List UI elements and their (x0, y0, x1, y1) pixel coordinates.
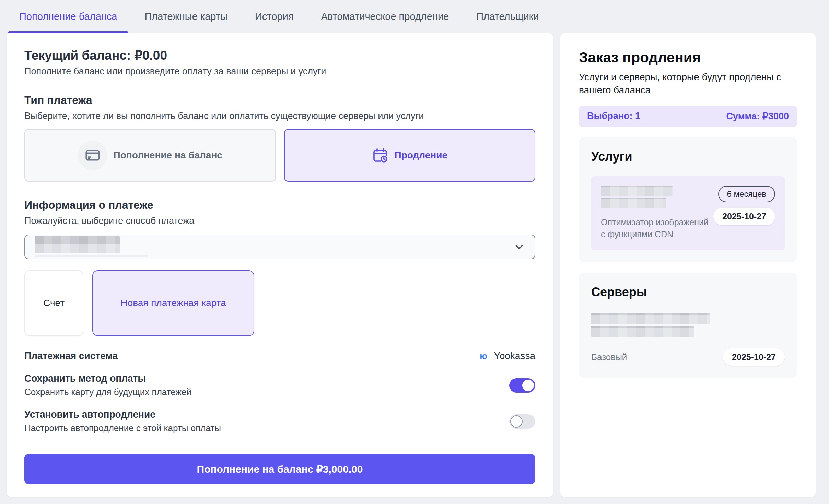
balance-subtitle: Пополните баланс или произведите оплату … (24, 66, 535, 77)
active-tab-underline (8, 31, 128, 33)
renewal-summary-banner: Выбрано: 1 Сумма: ₽3000 (579, 106, 797, 127)
tab-label: Автоматическое продление (321, 11, 449, 22)
auto-renewal-title: Установить автопродление (24, 409, 221, 420)
servers-title: Серверы (591, 285, 785, 299)
payment-system-value: ю Yookassa (480, 350, 535, 361)
option-label: Продление (395, 150, 447, 161)
yookassa-icon: ю (480, 351, 487, 361)
icon-halo (78, 141, 107, 170)
services-title: Услуги (591, 149, 785, 164)
renewal-order-title: Заказ продления (579, 49, 797, 66)
tab-label: Платежные карты (144, 11, 227, 22)
save-method-row: Сохранить метод оплаты Сохранить карту д… (24, 373, 535, 397)
option-renewal[interactable]: Продление (284, 129, 536, 182)
payment-panel: Текущий баланс: ₽0.00 Пополните баланс и… (7, 33, 553, 497)
tab-bar: Пополнение баланса Платежные карты Истор… (0, 0, 829, 33)
renewal-order-panel: Заказ продления Услуги и серверы, которы… (560, 33, 816, 497)
tab-balance-topup[interactable]: Пополнение баланса (8, 0, 128, 33)
auto-renewal-row: Установить автопродление Настроить автоп… (24, 409, 535, 433)
payment-system-label: Платежная система (24, 350, 118, 361)
payment-system-row: Платежная система ю Yookassa (24, 350, 535, 361)
toggle-knob (510, 415, 523, 428)
server-plan: Базовый (591, 352, 627, 362)
tab-label: История (255, 11, 293, 22)
auto-renewal-subtitle: Настроить автопродление с этой карты опл… (24, 423, 221, 433)
redacted-select-value (35, 236, 148, 257)
tab-payers[interactable]: Плательщики (465, 0, 550, 33)
payment-type-title: Тип платежа (24, 94, 535, 107)
services-group: Услуги Оптимизатор изображений с функция… (579, 137, 797, 262)
save-method-toggle[interactable] (509, 378, 535, 393)
topup-submit-button[interactable]: Пополнение на баланс ₽3,000.00 (24, 454, 535, 484)
tab-label: Пополнение баланса (19, 11, 117, 22)
payment-type-description: Выберите, хотите ли вы пополнить баланс … (24, 111, 535, 121)
tab-history[interactable]: История (244, 0, 304, 33)
credit-card-icon (85, 147, 101, 163)
server-item: Базовый 2025-10-27 (591, 313, 785, 366)
service-description: Оптимизатор изображений с функциями CDN (601, 216, 713, 240)
payment-type-options: Пополнение на баланс Продление (24, 129, 535, 182)
chevron-down-icon (513, 241, 525, 253)
method-new-card[interactable]: Новая платежная карта (92, 270, 254, 336)
tab-payment-cards[interactable]: Платежные карты (133, 0, 238, 33)
toggle-knob (522, 380, 534, 391)
selected-count: Выбрано: 1 (587, 111, 640, 121)
auto-renewal-toggle[interactable] (509, 414, 535, 429)
save-method-subtitle: Сохранить карту для будущих платежей (24, 387, 191, 397)
method-invoice[interactable]: Счет (24, 270, 83, 336)
servers-group: Серверы Базовый 2025-10-27 (579, 273, 797, 378)
redacted-service-name (601, 186, 713, 208)
method-label: Счет (43, 298, 65, 309)
total-sum: Сумма: ₽3000 (726, 111, 789, 122)
payment-method-select[interactable] (24, 235, 535, 259)
payment-info-title: Информация о платеже (24, 199, 535, 212)
tab-auto-renewal[interactable]: Автоматическое продление (310, 0, 460, 33)
payment-method-cards: Счет Новая платежная карта (24, 270, 535, 336)
redacted-server-name (591, 313, 785, 337)
payment-system-name: Yookassa (494, 350, 535, 361)
current-balance-title: Текущий баланс: ₽0.00 (24, 48, 535, 63)
calendar-clock-icon (372, 147, 388, 164)
service-period-badge: 6 месяцев (718, 186, 775, 202)
service-date-badge: 2025-10-27 (713, 208, 775, 225)
server-date-badge: 2025-10-27 (723, 348, 785, 366)
option-label: Пополнение на баланс (114, 150, 222, 161)
save-method-title: Сохранить метод оплаты (24, 373, 191, 384)
option-balance-topup[interactable]: Пополнение на баланс (24, 129, 276, 182)
renewal-order-subtitle: Услуги и серверы, которые будут продлены… (579, 71, 797, 97)
tab-label: Плательщики (476, 11, 539, 22)
service-item: Оптимизатор изображений с функциями CDN … (591, 176, 785, 250)
method-label: Новая платежная карта (120, 298, 226, 309)
payment-info-subtitle: Пожалуйста, выберите способ платежа (24, 216, 535, 226)
